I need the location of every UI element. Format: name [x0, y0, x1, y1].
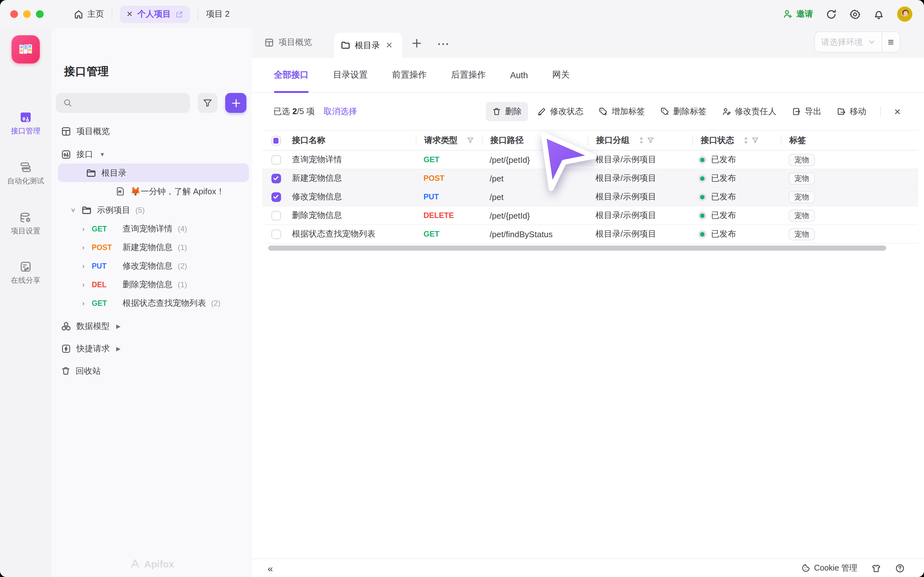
rail-item-online-sharing[interactable]: 在线分享 [0, 259, 51, 285]
filter-icon[interactable] [647, 137, 654, 144]
tag-chip: 宠物 [788, 153, 815, 166]
settings-gear-icon[interactable] [850, 9, 861, 19]
chevron-right-icon[interactable]: › [80, 299, 87, 307]
apifox-logo[interactable] [11, 35, 40, 63]
subtab-auth[interactable]: Auth [510, 57, 528, 93]
zoom-window-button[interactable] [36, 10, 44, 18]
cancel-selection-link[interactable]: 取消选择 [324, 106, 357, 117]
table-row[interactable]: 根据状态查找宠物列表 GET /pet/findByStatus 根目录/示例项… [262, 225, 918, 243]
more-tabs-button[interactable]: ··· [438, 39, 450, 50]
caret-down-icon: ▼ [99, 151, 105, 157]
rail-label: 项目设置 [0, 226, 51, 236]
subtab-gateway[interactable]: 网关 [552, 57, 570, 93]
home-nav[interactable]: 主页 [74, 8, 104, 20]
add-tag-button[interactable]: 增加标签 [592, 102, 651, 121]
markdown-doc-icon [115, 187, 125, 196]
row-checkbox[interactable] [271, 173, 281, 183]
tree-section-quick-request[interactable]: 快捷请求 ▶ [51, 339, 252, 358]
tree-endpoint[interactable]: › GET 查询宠物详情 (4) [51, 219, 252, 238]
subtab-folder-settings[interactable]: 目录设置 [333, 57, 368, 93]
select-all-checkbox[interactable] [271, 135, 281, 145]
folder-icon [81, 205, 92, 215]
environment-select[interactable]: 请选择环境 [814, 36, 881, 48]
col-tag[interactable]: 标签 [781, 135, 918, 145]
notifications-bell-icon[interactable] [873, 9, 884, 19]
environment-menu-icon[interactable]: ≡ [882, 36, 900, 48]
tree-item-project-overview[interactable]: 项目概览 [51, 122, 252, 140]
close-workspace-icon[interactable]: ✕ [126, 10, 133, 19]
project-title[interactable]: 项目 2 [206, 8, 230, 20]
chevron-right-icon[interactable]: › [80, 262, 87, 269]
horizontal-scrollbar[interactable] [268, 245, 886, 251]
rail-item-automated-testing[interactable]: 自动化测试 [0, 160, 51, 186]
row-checkbox[interactable] [271, 192, 281, 201]
sort-icon[interactable] [638, 137, 644, 144]
method-badge: PUT [92, 262, 118, 269]
col-group[interactable]: 接口分组 [588, 135, 692, 145]
search-input[interactable] [56, 93, 190, 113]
collapse-sidebar-icon[interactable]: « [268, 562, 273, 574]
user-avatar[interactable] [897, 6, 913, 22]
new-tab-button[interactable] [412, 39, 422, 48]
filter-button[interactable] [198, 93, 218, 113]
external-link-icon[interactable] [175, 10, 184, 18]
invite-button[interactable]: 邀请 [783, 8, 813, 20]
overview-grid-icon [61, 126, 71, 136]
tree-section-api[interactable]: 接口 ▼ [51, 145, 252, 163]
tree-endpoint[interactable]: › DEL 删除宠物信息 (1) [51, 275, 252, 293]
sync-icon[interactable] [826, 9, 837, 19]
rail-item-project-settings[interactable]: 项目设置 [0, 210, 51, 236]
tree-item-doc[interactable]: 🦊一分钟，了解 Apifox！ [51, 182, 252, 201]
chevron-right-icon[interactable]: › [80, 243, 87, 251]
filter-icon[interactable] [467, 137, 474, 144]
change-owner-button[interactable]: 修改责任人 [716, 102, 783, 121]
move-button[interactable]: 移动 [830, 102, 873, 121]
tab-root-folder-active[interactable]: 根目录 ✕ [334, 33, 402, 58]
filter-icon[interactable] [751, 137, 759, 144]
tree-section-trash[interactable]: 回收站 [51, 362, 252, 380]
close-toolbar-icon[interactable]: ✕ [889, 104, 906, 119]
chevron-down-icon[interactable]: ˅ [70, 206, 76, 214]
change-status-button[interactable]: 修改状态 [531, 102, 590, 121]
col-name[interactable]: 接口名称 [289, 135, 416, 146]
add-button[interactable] [225, 93, 246, 113]
sort-icon[interactable] [743, 137, 749, 144]
tree-section-data-model[interactable]: 数据模型 ▶ [51, 317, 252, 335]
tree-endpoint[interactable]: › POST 新建宠物信息 (1) [51, 238, 252, 256]
user-pen-icon [722, 107, 731, 116]
cookie-manager-button[interactable]: Cookie 管理 [801, 562, 857, 574]
close-tab-icon[interactable]: ✕ [386, 40, 393, 50]
table-row[interactable]: 删除宠物信息 DELETE /pet/{petId} 根目录/示例项目 已发布 … [262, 206, 918, 225]
rail-item-api-management[interactable]: 接口管理 [0, 110, 51, 136]
row-checkbox[interactable] [271, 229, 281, 239]
apifox-watermark: Apifox [51, 558, 252, 569]
subtab-pre-processors[interactable]: 前置操作 [392, 57, 427, 93]
subtab-all-apis[interactable]: 全部接口 [274, 57, 309, 93]
col-status[interactable]: 接口状态 [692, 135, 781, 145]
window-controls [0, 10, 44, 18]
tree-endpoint[interactable]: › GET 根据状态查找宠物列表 (2) [51, 293, 252, 312]
tree-endpoint[interactable]: › PUT 修改宠物信息 (2) [51, 256, 252, 275]
divider [198, 9, 198, 19]
delete-button[interactable]: 删除 [486, 102, 528, 121]
chevron-right-icon[interactable]: › [80, 280, 87, 288]
workspace-tab[interactable]: ✕ 个人项目 [120, 5, 190, 23]
help-icon[interactable] [895, 563, 905, 573]
selection-toolbar: 已选 2/5 项 取消选择 删除 修改状态 [252, 93, 924, 130]
subtab-post-processors[interactable]: 后置操作 [451, 57, 486, 93]
chevron-right-icon[interactable]: › [80, 225, 87, 232]
document-tabstrip: 项目概览 根目录 ✕ ··· 请选择环境 ≡ [252, 28, 924, 58]
export-button[interactable]: 导出 [785, 102, 828, 121]
row-checkbox[interactable] [271, 155, 281, 164]
row-checkbox[interactable] [271, 211, 281, 220]
tree-item-root-folder[interactable]: 根目录 [58, 163, 249, 182]
tree-folder-example-project[interactable]: ˅ 示例项目 (5) [51, 201, 252, 219]
col-method[interactable]: 请求类型 [416, 135, 482, 145]
tab-project-overview[interactable]: 项目概览 [264, 37, 312, 48]
method-badge: GET [423, 229, 439, 239]
theme-shirt-icon[interactable] [871, 563, 881, 573]
subtabs: 全部接口 目录设置 前置操作 后置操作 Auth 网关 [252, 58, 924, 93]
close-window-button[interactable] [10, 10, 18, 18]
remove-tag-button[interactable]: 删除标签 [654, 102, 713, 121]
minimize-window-button[interactable] [23, 10, 31, 18]
